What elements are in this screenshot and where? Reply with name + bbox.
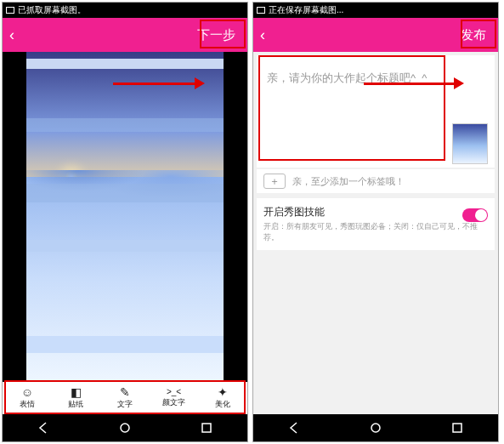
glitch-band [26,240,224,252]
status-text: 已抓取屏幕截图。 [18,4,86,16]
kaomoji-icon: >_< [167,388,181,396]
image-thumbnail[interactable] [452,123,488,164]
next-button[interactable]: 下一步 [192,24,241,47]
tool-sticker[interactable]: ◧贴纸 [52,382,101,414]
nav-home[interactable] [365,418,386,438]
glitch-band [26,118,224,132]
svg-rect-1 [202,424,211,432]
nav-back[interactable] [284,418,304,438]
beautify-icon: ✦ [218,386,228,398]
nav-home[interactable] [115,418,135,438]
emoji-icon: ☺ [21,386,33,398]
tool-text[interactable]: ✎文字 [100,382,150,414]
tag-hint: 亲，至少添加一个标签哦！ [292,175,405,188]
edit-toolbar: ☺表情 ◧贴纸 ✎文字 >_<颜文字 ✦美化 [3,382,247,414]
top-bar: ‹ 下一步 [3,18,247,52]
add-tag-button[interactable]: ＋ [263,174,286,189]
glitch-band [26,184,224,202]
svg-point-0 [121,424,129,432]
status-text: 正在保存屏幕截图... [269,4,343,16]
visibility-toggle-row: 开启秀图技能 开启：所有朋友可见，秀图玩图必备；关闭：仅自己可见，不推荐。 [257,198,495,250]
nav-recent[interactable] [196,418,217,438]
back-button[interactable]: ‹ [9,26,14,44]
glitch-band [26,336,224,353]
picture-icon [257,7,265,14]
nav-bar [253,414,498,441]
phone-right: 正在保存屏幕截图... ‹ 发布 亲，请为你的大作起个标题吧^_^ ＋ 亲，至少… [252,2,499,442]
title-placeholder: 亲，请为你的大作起个标题吧^_^ [267,71,427,84]
publish-button[interactable]: 发布 [456,24,491,47]
tool-label: 表情 [20,399,35,410]
phone-left: 已抓取屏幕截图。 ‹ 下一步 ☺表情 ◧贴纸 ✎文字 >_<颜文字 ✦美化 [2,2,248,442]
toggle-subtitle: 开启：所有朋友可见，秀图玩图必备；关闭：仅自己可见，不推荐。 [263,221,488,243]
title-input[interactable]: 亲，请为你的大作起个标题吧^_^ [257,55,495,168]
status-bar: 已抓取屏幕截图。 [3,3,247,18]
sticker-icon: ◧ [71,386,82,398]
back-button[interactable]: ‹ [260,26,265,44]
tool-label: 美化 [215,399,230,410]
top-bar: ‹ 发布 [253,18,498,52]
nav-back[interactable] [33,418,54,438]
nav-bar [3,414,247,441]
visibility-switch[interactable] [462,208,488,222]
tool-label: 文字 [117,399,133,410]
toggle-title: 开启秀图技能 [263,205,488,219]
text-icon: ✎ [120,386,130,398]
publish-form: 亲，请为你的大作起个标题吧^_^ ＋ 亲，至少添加一个标签哦！ 开启秀图技能 开… [253,52,498,414]
svg-point-2 [371,424,380,432]
nav-recent[interactable] [447,418,467,438]
tool-label: 贴纸 [68,399,83,410]
glitch-band [26,59,224,69]
image-preview[interactable] [26,52,224,382]
tool-beautify[interactable]: ✦美化 [198,382,247,414]
tool-kaomoji[interactable]: >_<颜文字 [150,382,199,414]
tool-label: 颜文字 [162,397,185,408]
tool-emoji[interactable]: ☺表情 [3,382,52,414]
picture-icon [6,7,14,14]
svg-rect-3 [453,424,462,432]
status-bar: 正在保存屏幕截图... [253,3,498,18]
tag-row: ＋ 亲，至少添加一个标签哦！ [257,169,495,193]
